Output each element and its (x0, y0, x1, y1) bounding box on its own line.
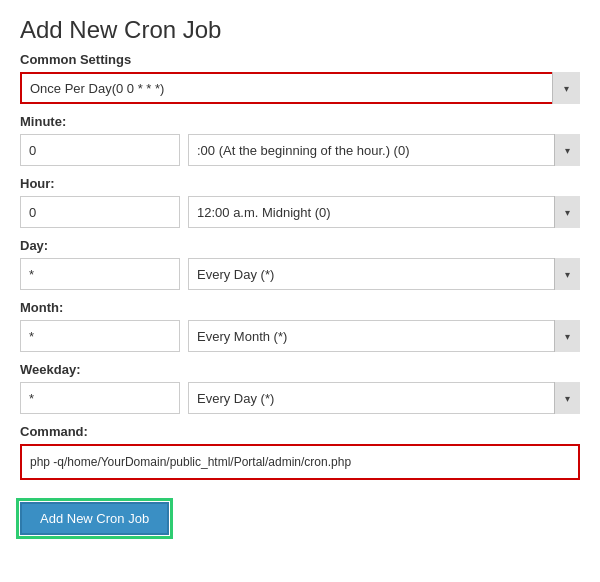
minute-dropdown-wrapper: :00 (At the beginning of the hour.) (0) … (188, 134, 580, 166)
month-input[interactable] (20, 320, 180, 352)
page-title: Add New Cron Job (20, 16, 580, 44)
common-settings-wrapper: Once Per Day(0 0 * * *) ▾ (20, 72, 580, 104)
weekday-group: Weekday: Every Day (*) ▾ (20, 362, 580, 414)
day-label: Day: (20, 238, 580, 253)
day-select[interactable]: Every Day (*) (188, 258, 580, 290)
month-group: Month: Every Month (*) ▾ (20, 300, 580, 352)
weekday-label: Weekday: (20, 362, 580, 377)
month-dropdown-wrapper: Every Month (*) ▾ (188, 320, 580, 352)
hour-row: 12:00 a.m. Midnight (0) ▾ (20, 196, 580, 228)
day-input[interactable] (20, 258, 180, 290)
minute-row: :00 (At the beginning of the hour.) (0) … (20, 134, 580, 166)
hour-group: Hour: 12:00 a.m. Midnight (0) ▾ (20, 176, 580, 228)
hour-dropdown-wrapper: 12:00 a.m. Midnight (0) ▾ (188, 196, 580, 228)
weekday-row: Every Day (*) ▾ (20, 382, 580, 414)
common-settings-label: Common Settings (20, 52, 580, 67)
common-settings-select[interactable]: Once Per Day(0 0 * * *) (20, 72, 580, 104)
command-group: Command: (20, 424, 580, 492)
month-select[interactable]: Every Month (*) (188, 320, 580, 352)
minute-select[interactable]: :00 (At the beginning of the hour.) (0) (188, 134, 580, 166)
add-cron-job-button[interactable]: Add New Cron Job (20, 502, 169, 535)
weekday-dropdown-wrapper: Every Day (*) ▾ (188, 382, 580, 414)
weekday-input[interactable] (20, 382, 180, 414)
day-group: Day: Every Day (*) ▾ (20, 238, 580, 290)
day-row: Every Day (*) ▾ (20, 258, 580, 290)
day-dropdown-wrapper: Every Day (*) ▾ (188, 258, 580, 290)
month-label: Month: (20, 300, 580, 315)
minute-group: Minute: :00 (At the beginning of the hou… (20, 114, 580, 166)
month-row: Every Month (*) ▾ (20, 320, 580, 352)
hour-label: Hour: (20, 176, 580, 191)
minute-input[interactable] (20, 134, 180, 166)
minute-label: Minute: (20, 114, 580, 129)
hour-input[interactable] (20, 196, 180, 228)
weekday-select[interactable]: Every Day (*) (188, 382, 580, 414)
hour-select[interactable]: 12:00 a.m. Midnight (0) (188, 196, 580, 228)
command-label: Command: (20, 424, 580, 439)
command-input[interactable] (20, 444, 580, 480)
